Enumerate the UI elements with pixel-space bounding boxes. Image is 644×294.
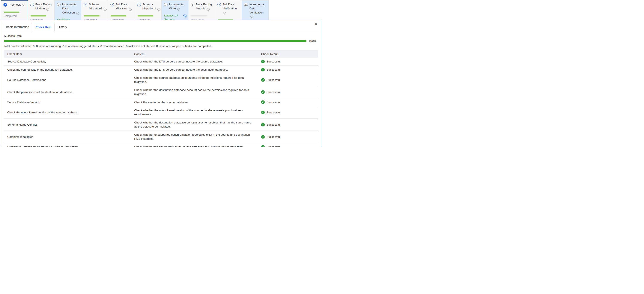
check-item-cell: Parameter Settings for PostgreSQL Logica… (4, 143, 131, 147)
check-result-cell: ✓ Successful (258, 98, 318, 106)
check-outline-icon: ✓ (84, 3, 87, 6)
step-card[interactable]: 8 Back Facing Module ? Not Started (188, 0, 215, 20)
result-label: Successful (266, 68, 280, 72)
table-row: Complex Topologies Check whether unsuppo… (4, 131, 318, 143)
help-icon[interactable]: ? (129, 8, 132, 11)
table-body: Source Database Connectivity Check wheth… (4, 58, 318, 147)
success-rate-value: 100% (309, 39, 316, 43)
check-item-cell: Complex Topologies (4, 133, 131, 141)
help-icon[interactable]: ? (22, 4, 25, 7)
check-result-cell: ✓ Successful (258, 58, 318, 65)
check-result-cell: ✓ Successful (258, 121, 318, 129)
step-title: Front Facing Module ? (35, 2, 53, 11)
step-status-text: Completed (110, 18, 133, 20)
step-card[interactable]: 10 Incremental Data Verification ? (242, 0, 268, 20)
header-content: Content (131, 52, 258, 56)
check-filled-icon: ✓ (4, 3, 7, 7)
help-icon[interactable]: ? (157, 8, 160, 11)
table-row: Source Database Connectivity Check wheth… (4, 58, 318, 66)
step-head: ✓ Schema Migration2 ? (137, 2, 160, 11)
help-icon[interactable]: ? (223, 12, 226, 15)
step-progress-bar (138, 15, 153, 16)
help-icon[interactable]: ? (104, 8, 106, 11)
table-row: Source Database Permissions Check whethe… (4, 74, 318, 86)
check-item-cell: Check the connectivity of the destinatio… (4, 66, 131, 74)
step-progress-bar (4, 11, 20, 13)
step-status-text: Not Started (191, 18, 214, 20)
step-number-badge: 8 (191, 3, 194, 6)
result-label: Successful (266, 100, 280, 104)
step-title: Schema Migration1 ? (89, 2, 106, 11)
check-item-cell: Check the permissions of the destination… (4, 88, 131, 96)
check-result-cell: ✓ Successful (258, 66, 318, 74)
step-head: ✓ Front Facing Module ? (30, 2, 53, 11)
step-card[interactable]: ✓ Schema Migration2 ? Completed (135, 0, 162, 20)
success-check-icon: ✓ (261, 111, 265, 114)
check-item-cell: Source Database Permissions (4, 76, 131, 84)
step-head: 8 Back Facing Module ? (191, 2, 214, 11)
close-icon[interactable]: ✕ (314, 22, 318, 26)
check-item-cell: Source Database Connectivity (4, 58, 131, 65)
help-icon[interactable]: ? (76, 12, 79, 15)
step-title: Back Facing Module ? (196, 2, 214, 11)
success-check-icon: ✓ (261, 78, 265, 82)
step-card[interactable]: 7 Incremental Write ? Latency 1.7 Second… (162, 0, 188, 20)
step-card[interactable]: ✓ Front Facing Module ? Completed (28, 0, 55, 20)
content-cell: Check whether the DTS servers can connec… (131, 58, 258, 65)
step-card[interactable]: ✓ Full Data Migration ? Completed (108, 0, 135, 20)
check-item-table: Check Item Content Check Result Source D… (4, 50, 318, 147)
step-number-badge: 10 (244, 3, 248, 6)
step-progress-bar (30, 15, 46, 16)
step-card[interactable]: 3 Incremental Data Collection ? Undelaye… (55, 0, 82, 20)
step-card[interactable]: ✓ Full Data Verification ? (215, 0, 242, 20)
check-outline-icon: ✓ (110, 3, 114, 6)
check-detail-panel: ✕ Basic Information Check Item History S… (1, 20, 321, 147)
step-head: 3 Incremental Data Collection ? (57, 2, 80, 15)
success-rate-progress-bar (4, 40, 306, 42)
success-check-icon: ✓ (261, 145, 265, 147)
result-label: Successful (266, 123, 280, 127)
result-label: Successful (266, 90, 280, 94)
step-progress-bar (191, 15, 207, 16)
table-row: Check the permissions of the destination… (4, 86, 318, 98)
migration-stepper: ✓ Precheck ? Completed ✓ Front Facing Mo… (1, 0, 268, 20)
success-check-icon: ✓ (261, 135, 265, 139)
result-label: Successful (266, 145, 280, 147)
step-title: Full Data Verification ? (222, 2, 240, 15)
table-row: Parameter Settings for PostgreSQL Logica… (4, 143, 318, 147)
step-head: ✓ Schema Migration1 ? (84, 2, 106, 11)
table-header: Check Item Content Check Result (4, 50, 318, 58)
table-row: Source Database Version Check the versio… (4, 98, 318, 106)
check-outline-icon: ✓ (30, 3, 34, 6)
step-card[interactable]: ✓ Schema Migration1 ? Completed (81, 0, 108, 20)
help-icon[interactable]: ? (250, 16, 253, 19)
step-head: 10 Incremental Data Verification ? (244, 2, 267, 19)
step-title: Precheck ? (8, 2, 26, 7)
help-icon[interactable]: ? (46, 8, 49, 11)
heartbeat-monitor-icon[interactable] (183, 14, 187, 18)
step-card[interactable]: ✓ Precheck ? Completed (1, 0, 28, 20)
check-item-cell: Schema Name Conflict (4, 121, 131, 129)
tab-basic-information[interactable]: Basic Information (3, 23, 32, 31)
task-summary: Total number of tasks: 9. 0 tasks are ru… (4, 44, 318, 48)
content-cell: Check whether the minor kernel version o… (131, 106, 258, 118)
tab-check-item[interactable]: Check Item (32, 23, 55, 31)
table-row: Schema Name Conflict Check whether the d… (4, 119, 318, 131)
content-cell: Check the version of the source database… (131, 98, 258, 106)
step-title: Full Data Migration ? (116, 2, 133, 11)
step-progress-bar (110, 15, 126, 16)
step-title: Incremental Data Verification ? (249, 2, 267, 19)
success-check-icon: ✓ (261, 100, 265, 104)
step-number-badge: 3 (57, 3, 61, 6)
tab-history[interactable]: History (55, 23, 70, 31)
step-status-text: Completed (4, 14, 26, 18)
help-icon[interactable]: ? (207, 8, 210, 11)
step-status-text: Completed (30, 18, 53, 20)
step-number-badge: 7 (164, 3, 168, 6)
success-check-icon: ✓ (261, 90, 265, 94)
check-outline-icon: ✓ (218, 3, 221, 6)
content-cell: Check whether unsupported synchronizatio… (131, 131, 258, 143)
check-result-cell: ✓ Successful (258, 133, 318, 141)
help-icon[interactable]: ? (177, 8, 180, 11)
check-result-cell: ✓ Successful (258, 88, 318, 96)
